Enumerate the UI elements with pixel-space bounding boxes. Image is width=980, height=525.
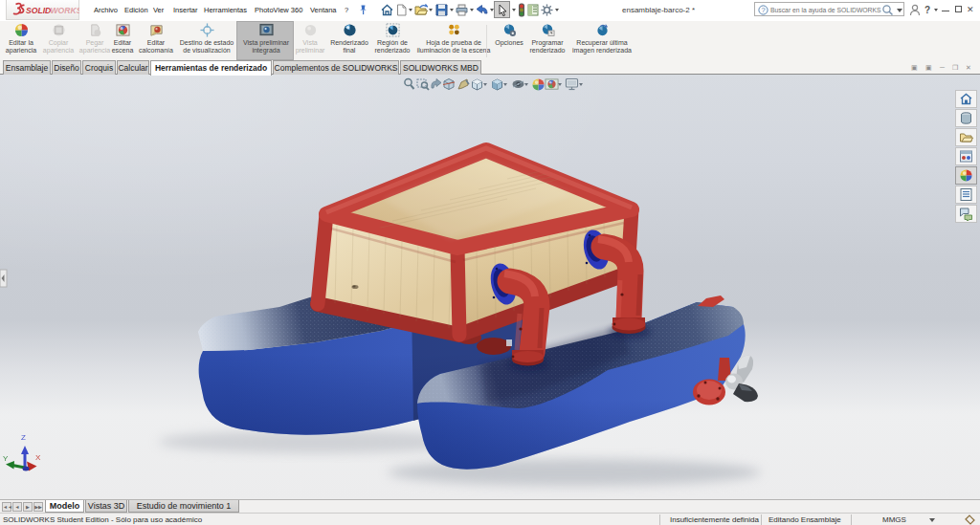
svg-text:?: ? <box>761 6 765 14</box>
svg-text:SOLID: SOLID <box>26 6 51 15</box>
svg-text:Y: Y <box>3 454 9 463</box>
svg-text:WORKS: WORKS <box>51 6 80 15</box>
svg-text:X: X <box>35 453 41 462</box>
svg-text:Z: Z <box>21 433 26 442</box>
